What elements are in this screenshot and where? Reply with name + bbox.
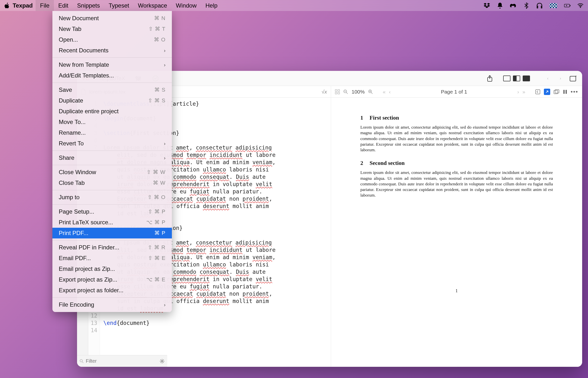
external-icon[interactable]	[544, 89, 550, 95]
grid-icon[interactable]	[335, 89, 340, 94]
menu-item-close-window[interactable]: Close Window⇧ ⌘ W	[52, 167, 172, 177]
svg-rect-19	[563, 90, 565, 94]
menu-item-duplicate-entire-project[interactable]: Duplicate entire project	[52, 106, 172, 117]
pdf-preview[interactable]: 1 First sectionLorem ipsum dolor sit ame…	[331, 98, 582, 367]
headphones-icon[interactable]	[536, 2, 543, 9]
preview-toolbar: 100% « ‹ Page 1 of 1 › » •••	[331, 86, 582, 97]
bell-icon[interactable]	[497, 2, 503, 9]
bluetooth-icon[interactable]	[523, 2, 530, 9]
zoom-out-icon[interactable]	[343, 89, 348, 94]
first-page-icon[interactable]: «	[383, 89, 386, 95]
new-window-icon[interactable]: +	[569, 74, 577, 82]
layout-single-icon[interactable]	[503, 76, 510, 81]
menubar-right	[484, 2, 584, 9]
menu-item-revert-to[interactable]: Revert To›	[52, 138, 172, 149]
menu-item-move-to-[interactable]: Move To...	[52, 117, 172, 127]
zoom-level: 100%	[351, 89, 365, 95]
next-page-icon[interactable]: ›	[517, 89, 519, 95]
flag-uk-icon[interactable]	[549, 3, 557, 8]
menu-item-rename-[interactable]: Rename...	[52, 127, 172, 138]
menu-item-email-project-as-zip-[interactable]: Email project as Zip...	[52, 264, 172, 274]
filter-icon	[80, 359, 84, 363]
menu-edit[interactable]: Edit	[54, 0, 73, 11]
menubar-left: Texpad FileEditSnippetsTypesetWorkspaceW…	[4, 0, 222, 11]
layout-split-icon[interactable]	[513, 76, 520, 81]
svg-rect-10	[335, 90, 337, 91]
svg-point-21	[80, 360, 82, 362]
menu-item-share[interactable]: Share›	[52, 152, 172, 163]
svg-rect-16	[536, 90, 540, 94]
menu-item-reveal-pdf-in-finder-[interactable]: Reveal PDF in Finder...⇧ ⌘ R	[52, 242, 172, 253]
more-icon[interactable]: •••	[571, 88, 578, 95]
menu-item-new-tab[interactable]: New Tab⇧ ⌘ T	[52, 24, 172, 34]
svg-text:+: +	[575, 75, 577, 78]
filter-input[interactable]	[86, 358, 157, 364]
elephant-icon[interactable]	[510, 2, 516, 9]
menu-item-new-document[interactable]: New Document⌘ N	[52, 13, 172, 24]
file-menu-dropdown: New Document⌘ NNew Tab⇧ ⌘ TOpen...⌘ ORec…	[52, 11, 172, 312]
menu-item-save[interactable]: Save⌘ S	[52, 84, 172, 95]
page-indicator: Page 1 of 1	[394, 89, 514, 95]
menu-typeset[interactable]: Typeset	[104, 0, 134, 11]
formula-icon[interactable]: √x	[322, 89, 327, 95]
gear-icon[interactable]	[159, 359, 165, 364]
svg-rect-13	[338, 92, 340, 94]
svg-rect-11	[338, 90, 340, 91]
pause-icon[interactable]	[563, 89, 567, 94]
menu-help[interactable]: Help	[201, 0, 222, 11]
svg-point-2	[580, 7, 581, 8]
sync-icon[interactable]	[535, 89, 540, 94]
battery-icon[interactable]	[564, 2, 571, 9]
zoom-in-icon[interactable]	[368, 89, 373, 94]
menu-item-open-[interactable]: Open...⌘ O	[52, 34, 172, 45]
menu-workspace[interactable]: Workspace	[134, 0, 172, 11]
menu-item-duplicate[interactable]: Duplicate⇧ ⌘ S	[52, 95, 172, 106]
last-page-icon[interactable]: »	[522, 89, 525, 95]
app-name[interactable]: Texpad	[13, 2, 33, 9]
layout-full-icon[interactable]	[523, 76, 530, 81]
svg-point-22	[161, 361, 163, 362]
menu-item-email-pdf-[interactable]: Email PDF...⇧ ⌘ E	[52, 253, 172, 264]
menu-file[interactable]: File	[36, 0, 54, 11]
share-icon[interactable]	[486, 74, 494, 82]
preview-page: 1 First sectionLorem ipsum dolor sit ame…	[360, 115, 553, 294]
nav-back-icon[interactable]: ‹	[544, 74, 552, 82]
menu-item-jump-to[interactable]: Jump to⇧ ⌘ O	[52, 192, 172, 203]
dropbox-icon[interactable]	[484, 2, 490, 9]
menu-item-file-encoding[interactable]: File Encoding›	[52, 299, 172, 310]
menu-item-print-pdf-[interactable]: Print PDF...⌘ P	[52, 228, 172, 238]
windows-icon[interactable]	[554, 89, 560, 94]
menu-item-print-latex-source-[interactable]: Print LaTeX source...⌥ ⌘ P	[52, 217, 172, 228]
wifi-icon[interactable]	[577, 2, 584, 9]
prev-page-icon[interactable]: ‹	[389, 89, 391, 95]
menu-item-add-edit-templates-[interactable]: Add/Edit Templates...	[52, 70, 172, 81]
nav-forward-icon[interactable]: ›	[556, 74, 565, 82]
layout-selector[interactable]	[503, 76, 530, 81]
menu-window[interactable]: Window	[171, 0, 201, 11]
apple-logo-icon[interactable]	[4, 3, 10, 9]
menu-item-export-project-as-zip-[interactable]: Export project as Zip...⌥ ⌘ E	[52, 274, 172, 285]
menu-item-new-from-template[interactable]: New from Template›	[52, 59, 172, 70]
svg-rect-17	[554, 90, 558, 94]
menu-item-close-tab[interactable]: Close Tab⌘ W	[52, 177, 172, 188]
svg-rect-18	[555, 90, 559, 93]
menu-item-export-project-as-folder-[interactable]: Export project as folder...	[52, 285, 172, 296]
menu-item-page-setup-[interactable]: Page Setup...⇧ ⌘ P	[52, 206, 172, 217]
svg-rect-12	[335, 92, 337, 94]
filter-bar	[77, 355, 167, 367]
svg-rect-1	[570, 5, 571, 6]
menu-item-recent-documents[interactable]: Recent Documents›	[52, 45, 172, 56]
menubar: Texpad FileEditSnippetsTypesetWorkspaceW…	[0, 0, 588, 11]
svg-rect-20	[566, 90, 567, 94]
menu-snippets[interactable]: Snippets	[73, 0, 104, 11]
